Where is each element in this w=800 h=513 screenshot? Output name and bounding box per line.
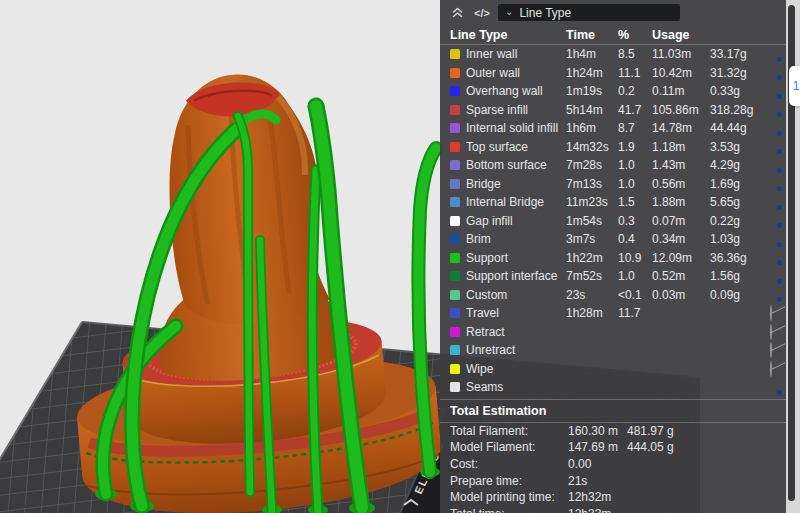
line-type-color-swatch [450, 234, 460, 244]
percent-value: 8.5 [618, 47, 652, 61]
chevron-down-icon: ⌄ [505, 7, 513, 17]
panel-scrollbar-track[interactable]: 1 [786, 0, 800, 513]
total-label: Prepare time: [450, 474, 568, 488]
visibility-eye-icon[interactable] [770, 305, 772, 321]
total-value-1: 12h33m [568, 507, 627, 513]
usage-length-value: 1.43m [652, 158, 710, 172]
total-label: Cost: [450, 457, 568, 471]
divider [440, 399, 786, 400]
line-type-label: Internal solid infill [466, 121, 566, 135]
time-value: 23s [566, 288, 618, 302]
total-row: Model printing time: 12h32m [440, 489, 786, 506]
usage-length-value: 0.11m [652, 84, 710, 98]
percent-value: 1.5 [618, 195, 652, 209]
panel-header: </> ⌄ Line Type [440, 0, 786, 25]
table-row: Sparse infill 5h14m 41.7 105.86m 318.28g [440, 101, 786, 120]
usage-weight-value: 31.32g [710, 66, 762, 80]
time-value: 5h14m [566, 103, 618, 117]
line-type-color-swatch [450, 86, 460, 96]
table-row: Outer wall 1h24m 11.1 10.42m 31.32g [440, 64, 786, 83]
plate-number-tab[interactable]: 1 [789, 66, 800, 106]
line-type-label: Outer wall [466, 66, 566, 80]
line-type-color-swatch [450, 327, 460, 337]
line-type-panel: </> ⌄ Line Type Line Type Time % Usage I… [440, 0, 786, 513]
line-type-label: Travel [466, 306, 566, 320]
total-label: Total Filament: [450, 424, 568, 438]
gcode-viewer-icon[interactable]: </> [473, 4, 491, 22]
line-type-color-swatch [450, 197, 460, 207]
divider [440, 44, 786, 45]
usage-weight-value: 1.56g [710, 269, 762, 283]
line-type-color-swatch [450, 290, 460, 300]
usage-weight-value: 33.17g [710, 47, 762, 61]
visibility-eye-icon[interactable] [770, 361, 772, 377]
line-type-color-swatch [450, 160, 460, 170]
usage-weight-value: 0.22g [710, 214, 762, 228]
percent-value: 11.1 [618, 66, 652, 80]
table-row: Custom 23s <0.1 0.03m 0.09g [440, 286, 786, 305]
time-value: 1m19s [566, 84, 618, 98]
time-value: 1h24m [566, 66, 618, 80]
visibility-eye-icon[interactable] [770, 342, 772, 358]
usage-length-value: 12.09m [652, 251, 710, 265]
visibility-eye-icon[interactable] [770, 324, 772, 340]
usage-weight-value: 5.65g [710, 195, 762, 209]
slicer-preview-window: ELEGOO [0, 0, 800, 513]
line-type-color-swatch [450, 382, 460, 392]
collapse-panel-button[interactable] [448, 4, 466, 22]
view-mode-dropdown[interactable]: ⌄ Line Type [498, 4, 680, 21]
usage-length-value: 1.88m [652, 195, 710, 209]
time-value: 11m23s [566, 195, 618, 209]
usage-length-value: 0.34m [652, 232, 710, 246]
divider [440, 422, 786, 423]
percent-value: 1.0 [618, 177, 652, 191]
table-row: Inner wall 1h4m 8.5 11.03m 33.17g [440, 45, 786, 64]
line-type-label: Overhang wall [466, 84, 566, 98]
usage-length-value: 0.52m [652, 269, 710, 283]
usage-length-value: 0.03m [652, 288, 710, 302]
percent-value: 10.9 [618, 251, 652, 265]
time-value: 1h28m [566, 306, 618, 320]
usage-weight-value: 0.09g [710, 288, 762, 302]
line-type-color-swatch [450, 308, 460, 318]
total-value-1: 160.30 m [568, 424, 627, 438]
line-type-label: Gap infill [466, 214, 566, 228]
view-mode-value: Line Type [519, 6, 571, 20]
line-type-label: Support interface [466, 269, 566, 283]
total-value-2: 481.97 g [627, 424, 786, 438]
table-row: Seams [440, 378, 786, 397]
usage-weight-value: 36.36g [710, 251, 762, 265]
line-type-table: Inner wall 1h4m 8.5 11.03m 33.17g Outer … [440, 45, 786, 397]
time-value: 3m7s [566, 232, 618, 246]
total-label: Model Filament: [450, 440, 568, 454]
line-type-color-swatch [450, 179, 460, 189]
col-pct: % [618, 28, 652, 42]
time-value: 14m32s [566, 140, 618, 154]
total-value-1: 12h32m [568, 490, 627, 504]
usage-length-value: 0.56m [652, 177, 710, 191]
table-row: Gap infill 1m54s 0.3 0.07m 0.22g [440, 212, 786, 231]
totals-title: Total Estimation [440, 400, 786, 422]
usage-weight-value: 1.69g [710, 177, 762, 191]
line-type-color-swatch [450, 216, 460, 226]
total-value-1: 21s [568, 474, 627, 488]
total-label: Total time: [450, 507, 568, 513]
table-row: Brim 3m7s 0.4 0.34m 1.03g [440, 230, 786, 249]
percent-value: 1.0 [618, 269, 652, 283]
line-type-color-swatch [450, 49, 460, 59]
line-type-color-swatch [450, 253, 460, 263]
time-value: 7m28s [566, 158, 618, 172]
usage-length-value: 10.42m [652, 66, 710, 80]
table-row: Top surface 14m32s 1.9 1.18m 3.53g [440, 138, 786, 157]
usage-weight-value: 4.29g [710, 158, 762, 172]
line-type-color-swatch [450, 345, 460, 355]
usage-weight-value: 0.33g [710, 84, 762, 98]
line-type-color-swatch [450, 271, 460, 281]
line-type-color-swatch [450, 68, 460, 78]
table-row: Retract [440, 323, 786, 342]
percent-value: 1.0 [618, 158, 652, 172]
total-value-1: 0.00 [568, 457, 627, 471]
table-row: Internal solid infill 1h6m 8.7 14.78m 44… [440, 119, 786, 138]
percent-value: 8.7 [618, 121, 652, 135]
line-type-color-swatch [450, 105, 460, 115]
